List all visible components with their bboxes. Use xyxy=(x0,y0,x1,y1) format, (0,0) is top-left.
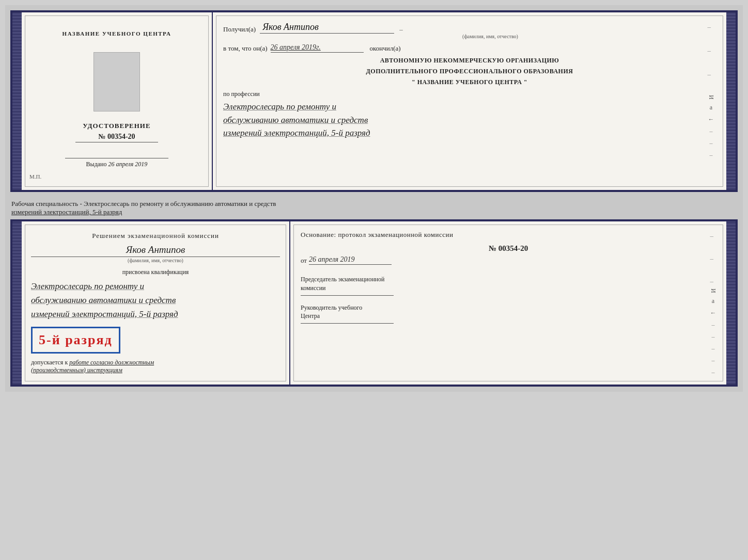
decision-text: Решением экзаменационной комиссии xyxy=(31,232,280,240)
cert-number: № 00354-20 xyxy=(75,133,158,142)
head-line1: Руководитель учебного xyxy=(301,304,362,311)
between-label: Рабочая специальность - Электрослесарь п… xyxy=(11,200,737,216)
bottom-name-subtitle: (фамилия, имя, отчество) xyxy=(31,258,280,263)
basis-text: Основание: протокол экзаменационной коми… xyxy=(301,231,716,239)
strip-dash5: – xyxy=(710,139,713,147)
mp-label: М.П. xyxy=(29,173,41,180)
chairman-line2: комиссии xyxy=(301,284,326,292)
top-left-title: НАЗВАНИЕ УЧЕБНОГО ЦЕНТРА xyxy=(63,30,172,37)
issued-date: 26 апреля 2019 xyxy=(108,161,148,168)
dash2: – xyxy=(708,46,711,55)
bottom-person-name: Яков Антипов xyxy=(31,244,280,257)
photo-placeholder xyxy=(93,52,140,111)
bottom-prof-line3: измерений электростанций, 5-й разряд xyxy=(31,309,178,319)
bottom-left-page: Решением экзаменационной комиссии Яков А… xyxy=(22,221,290,385)
strip-arrow: ← xyxy=(708,116,714,123)
cert-issued: Выдано 26 апреля 2019 xyxy=(29,161,204,168)
strip-И: И xyxy=(707,95,715,100)
allowed-prefix: допускается к xyxy=(31,359,68,366)
bottom-date: 26 апреля 2019 xyxy=(309,255,392,265)
top-right-page: Получил(а) Яков Антипов – (фамилия, имя,… xyxy=(213,12,726,190)
chairman-line1: Председатель экзаменационной xyxy=(301,276,384,283)
br-dash1: – xyxy=(710,232,714,240)
br-strip-а: а xyxy=(712,297,714,305)
date-prefix: от xyxy=(301,257,307,265)
bottom-profession: Электрослесарь по ремонту и обслуживанию… xyxy=(31,279,280,322)
dash1: – xyxy=(708,23,711,31)
profession-label: по профессии xyxy=(223,90,716,98)
top-document: НАЗВАНИЕ УЧЕБНОГО ЦЕНТРА УДОСТОВЕРЕНИЕ №… xyxy=(10,10,738,192)
br-strip-d4: – xyxy=(712,357,715,364)
br-strip-И: И xyxy=(709,289,717,293)
rank-text: 5-й разряд xyxy=(39,332,113,347)
recipient-name: Яков Антипов xyxy=(260,22,394,34)
br-strip-arrow: ← xyxy=(710,309,716,317)
org-quote: " НАЗВАНИЕ УЧЕБНОГО ЦЕНТРА " xyxy=(223,78,716,86)
strip-dash6: – xyxy=(710,151,713,159)
head-signature-line xyxy=(301,323,394,324)
org-line2: ДОПОЛНИТЕЛЬНОГО ПРОФЕССИОНАЛЬНОГО ОБРАЗО… xyxy=(223,68,716,75)
bottom-document: Решением экзаменационной комиссии Яков А… xyxy=(10,219,738,387)
bottom-number: № 00354-20 xyxy=(301,244,716,253)
br-strip-d1: – xyxy=(712,321,715,329)
profession-line3: измерений электростанций, 5-й разряд xyxy=(223,128,370,138)
received-label: Получил(а) xyxy=(223,25,256,34)
between-line2: измерений электростанций, 5-й разряд xyxy=(11,208,737,216)
certifies-date: 26 апреля 2019г. xyxy=(271,43,364,53)
profession-text: Электрослесарь по ремонту и обслуживанию… xyxy=(223,100,716,140)
bottom-prof-line2: обслуживанию автоматики и средств xyxy=(31,295,176,305)
head-line2: Центра xyxy=(301,312,320,319)
profession-line2: обслуживанию автоматики и средств xyxy=(223,115,368,125)
allowed-text: допускается к работе согласно должностны… xyxy=(31,359,280,374)
certifies-label: в том, что он(а) xyxy=(223,44,268,53)
allowed-handwriting2: (производственным) инструкциям xyxy=(31,366,122,374)
br-dash3: – xyxy=(710,277,714,285)
org-line1: АВТОНОМНУЮ НЕКОММЕРЧЕСКУЮ ОРГАНИЗАЦИЮ xyxy=(223,57,716,65)
rank-box: 5-й разряд xyxy=(31,327,120,354)
bottom-prof-line1: Электрослесарь по ремонту и xyxy=(31,281,144,291)
strip-dash4: – xyxy=(710,127,713,135)
br-strip-d3: – xyxy=(712,345,715,353)
br-dash2: – xyxy=(710,254,714,263)
assigned-label: присвоена квалификация xyxy=(31,268,280,276)
strip-а: а xyxy=(710,104,712,111)
br-strip-d5: – xyxy=(712,369,715,376)
dash3: – xyxy=(708,70,711,78)
br-strip-d2: – xyxy=(712,333,715,341)
chairman-signature-line xyxy=(301,295,394,296)
allowed-handwriting: работе согласно должностным xyxy=(69,359,154,366)
top-right-spine xyxy=(726,12,736,190)
between-line1: Рабочая специальность - Электрослесарь п… xyxy=(11,200,737,208)
profession-line1: Электрослесарь по ремонту и xyxy=(223,102,336,111)
head-label: Руководитель учебного Центра xyxy=(301,303,716,321)
chairman-label: Председатель экзаменационной комиссии xyxy=(301,275,716,293)
issued-label: Выдано xyxy=(86,161,107,168)
top-left-spine xyxy=(12,12,22,190)
finished-label: окончил(а) xyxy=(370,44,401,53)
cert-title: УДОСТОВЕРЕНИЕ xyxy=(83,122,150,130)
bottom-right-spine xyxy=(726,221,736,385)
top-left-page: НАЗВАНИЕ УЧЕБНОГО ЦЕНТРА УДОСТОВЕРЕНИЕ №… xyxy=(22,12,213,190)
bottom-right-page: Основание: протокол экзаменационной коми… xyxy=(290,221,726,385)
name-subtitle-top: (фамилия, имя, отчество) xyxy=(264,34,716,39)
bottom-left-spine xyxy=(12,221,22,385)
